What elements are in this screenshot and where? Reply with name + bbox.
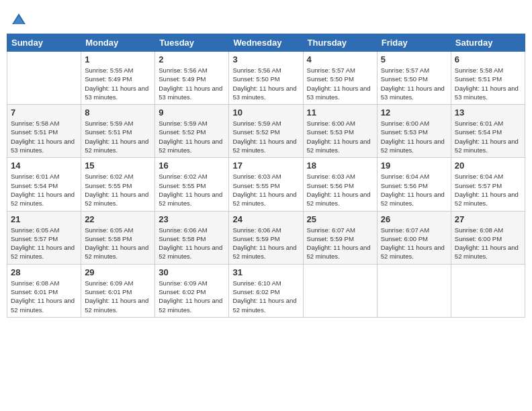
calendar-cell: 1Sunrise: 5:55 AM Sunset: 5:49 PM Daylig… (81, 52, 155, 105)
day-number: 27 (455, 214, 521, 224)
cell-info: Sunrise: 5:59 AM Sunset: 5:52 PM Dayligh… (232, 119, 299, 154)
day-number: 30 (159, 267, 225, 277)
day-number: 6 (455, 54, 521, 64)
cell-info: Sunrise: 6:10 AM Sunset: 6:02 PM Dayligh… (232, 279, 299, 314)
day-of-week-header: Sunday (7, 34, 81, 52)
cell-info: Sunrise: 6:07 AM Sunset: 5:59 PM Dayligh… (307, 226, 373, 261)
day-number: 20 (455, 161, 521, 171)
cell-info: Sunrise: 6:05 AM Sunset: 5:57 PM Dayligh… (11, 226, 77, 261)
day-number: 18 (307, 161, 373, 171)
calendar-cell: 29Sunrise: 6:09 AM Sunset: 6:01 PM Dayli… (81, 264, 155, 317)
cell-info: Sunrise: 6:05 AM Sunset: 5:58 PM Dayligh… (85, 226, 151, 261)
cell-info: Sunrise: 5:58 AM Sunset: 5:51 PM Dayligh… (11, 119, 77, 154)
day-number: 11 (307, 107, 373, 118)
day-number: 28 (11, 267, 77, 277)
calendar-cell: 20Sunrise: 6:04 AM Sunset: 5:57 PM Dayli… (451, 158, 525, 211)
calendar-cell: 26Sunrise: 6:07 AM Sunset: 6:00 PM Dayli… (377, 211, 451, 264)
cell-info: Sunrise: 6:01 AM Sunset: 5:54 PM Dayligh… (11, 172, 77, 208)
calendar-cell: 27Sunrise: 6:08 AM Sunset: 6:00 PM Dayli… (451, 211, 525, 264)
cell-info: Sunrise: 6:07 AM Sunset: 6:00 PM Dayligh… (381, 226, 447, 261)
calendar-header-row: SundayMondayTuesdayWednesdayThursdayFrid… (7, 34, 525, 52)
day-of-week-header: Tuesday (155, 34, 229, 52)
calendar-cell: 22Sunrise: 6:05 AM Sunset: 5:58 PM Dayli… (81, 211, 155, 264)
calendar-cell: 3Sunrise: 5:56 AM Sunset: 5:50 PM Daylig… (229, 52, 303, 105)
cell-info: Sunrise: 5:59 AM Sunset: 5:52 PM Dayligh… (159, 119, 225, 154)
calendar-cell: 10Sunrise: 5:59 AM Sunset: 5:52 PM Dayli… (229, 105, 303, 158)
day-of-week-header: Monday (81, 34, 155, 52)
day-number: 10 (232, 107, 299, 118)
day-number: 1 (85, 54, 151, 64)
logo-icon (9, 11, 28, 30)
cell-info: Sunrise: 6:00 AM Sunset: 5:53 PM Dayligh… (307, 119, 373, 154)
day-of-week-header: Friday (377, 34, 451, 52)
cell-info: Sunrise: 6:08 AM Sunset: 6:01 PM Dayligh… (11, 279, 77, 314)
cell-info: Sunrise: 5:55 AM Sunset: 5:49 PM Dayligh… (85, 66, 151, 101)
day-number: 29 (85, 267, 151, 277)
day-number: 9 (159, 107, 225, 118)
day-number: 31 (232, 267, 299, 277)
calendar-cell: 7Sunrise: 5:58 AM Sunset: 5:51 PM Daylig… (7, 105, 81, 158)
calendar-cell: 23Sunrise: 6:06 AM Sunset: 5:58 PM Dayli… (155, 211, 229, 264)
cell-info: Sunrise: 6:09 AM Sunset: 6:01 PM Dayligh… (85, 279, 151, 314)
calendar-cell: 12Sunrise: 6:00 AM Sunset: 5:53 PM Dayli… (377, 105, 451, 158)
day-number: 23 (159, 214, 225, 224)
calendar-cell: 11Sunrise: 6:00 AM Sunset: 5:53 PM Dayli… (303, 105, 377, 158)
day-number: 19 (381, 161, 447, 171)
calendar-cell: 30Sunrise: 6:09 AM Sunset: 6:02 PM Dayli… (155, 264, 229, 317)
day-number: 24 (232, 214, 299, 224)
logo (9, 11, 31, 30)
day-number: 15 (85, 161, 151, 171)
calendar-cell: 21Sunrise: 6:05 AM Sunset: 5:57 PM Dayli… (7, 211, 81, 264)
day-number: 7 (11, 107, 77, 118)
calendar-cell: 13Sunrise: 6:01 AM Sunset: 5:54 PM Dayli… (451, 105, 525, 158)
cell-info: Sunrise: 5:57 AM Sunset: 5:50 PM Dayligh… (307, 66, 373, 101)
day-of-week-header: Wednesday (229, 34, 303, 52)
day-of-week-header: Saturday (451, 34, 525, 52)
cell-info: Sunrise: 5:59 AM Sunset: 5:51 PM Dayligh… (85, 119, 151, 154)
cell-info: Sunrise: 6:06 AM Sunset: 5:59 PM Dayligh… (232, 226, 299, 261)
day-number: 26 (381, 214, 447, 224)
calendar-cell: 19Sunrise: 6:04 AM Sunset: 5:56 PM Dayli… (377, 158, 451, 211)
calendar-week-row: 14Sunrise: 6:01 AM Sunset: 5:54 PM Dayli… (7, 158, 525, 211)
calendar-cell: 15Sunrise: 6:02 AM Sunset: 5:55 PM Dayli… (81, 158, 155, 211)
calendar-week-row: 21Sunrise: 6:05 AM Sunset: 5:57 PM Dayli… (7, 211, 525, 264)
day-number: 8 (85, 107, 151, 118)
cell-info: Sunrise: 6:02 AM Sunset: 5:55 PM Dayligh… (85, 172, 151, 208)
calendar-cell (303, 264, 377, 317)
day-number: 14 (11, 161, 77, 171)
calendar-cell: 14Sunrise: 6:01 AM Sunset: 5:54 PM Dayli… (7, 158, 81, 211)
calendar-cell (451, 264, 525, 317)
cell-info: Sunrise: 6:03 AM Sunset: 5:56 PM Dayligh… (307, 172, 373, 208)
cell-info: Sunrise: 5:57 AM Sunset: 5:50 PM Dayligh… (381, 66, 447, 101)
cell-info: Sunrise: 6:01 AM Sunset: 5:54 PM Dayligh… (455, 119, 521, 154)
calendar-cell: 9Sunrise: 5:59 AM Sunset: 5:52 PM Daylig… (155, 105, 229, 158)
day-number: 25 (307, 214, 373, 224)
calendar-week-row: 7Sunrise: 5:58 AM Sunset: 5:51 PM Daylig… (7, 105, 525, 158)
cell-info: Sunrise: 5:56 AM Sunset: 5:50 PM Dayligh… (232, 66, 299, 101)
cell-info: Sunrise: 6:04 AM Sunset: 5:57 PM Dayligh… (455, 172, 521, 208)
calendar-cell: 31Sunrise: 6:10 AM Sunset: 6:02 PM Dayli… (229, 264, 303, 317)
cell-info: Sunrise: 5:56 AM Sunset: 5:49 PM Dayligh… (159, 66, 225, 101)
cell-info: Sunrise: 6:04 AM Sunset: 5:56 PM Dayligh… (381, 172, 447, 208)
day-number: 22 (85, 214, 151, 224)
cell-info: Sunrise: 6:00 AM Sunset: 5:53 PM Dayligh… (381, 119, 447, 154)
day-number: 3 (232, 54, 299, 64)
calendar-cell: 18Sunrise: 6:03 AM Sunset: 5:56 PM Dayli… (303, 158, 377, 211)
day-number: 12 (381, 107, 447, 118)
calendar-week-row: 28Sunrise: 6:08 AM Sunset: 6:01 PM Dayli… (7, 264, 525, 317)
calendar-cell: 6Sunrise: 5:58 AM Sunset: 5:51 PM Daylig… (451, 52, 525, 105)
calendar-cell: 2Sunrise: 5:56 AM Sunset: 5:49 PM Daylig… (155, 52, 229, 105)
day-number: 17 (232, 161, 299, 171)
day-number: 13 (455, 107, 521, 118)
cell-info: Sunrise: 6:02 AM Sunset: 5:55 PM Dayligh… (159, 172, 225, 208)
calendar-cell: 4Sunrise: 5:57 AM Sunset: 5:50 PM Daylig… (303, 52, 377, 105)
day-number: 5 (381, 54, 447, 64)
cell-info: Sunrise: 5:58 AM Sunset: 5:51 PM Dayligh… (455, 66, 521, 101)
calendar-cell (7, 52, 81, 105)
day-number: 16 (159, 161, 225, 171)
calendar-cell: 25Sunrise: 6:07 AM Sunset: 5:59 PM Dayli… (303, 211, 377, 264)
calendar-cell: 5Sunrise: 5:57 AM Sunset: 5:50 PM Daylig… (377, 52, 451, 105)
cell-info: Sunrise: 6:09 AM Sunset: 6:02 PM Dayligh… (159, 279, 225, 314)
calendar-table: SundayMondayTuesdayWednesdayThursdayFrid… (7, 34, 525, 318)
day-of-week-header: Thursday (303, 34, 377, 52)
